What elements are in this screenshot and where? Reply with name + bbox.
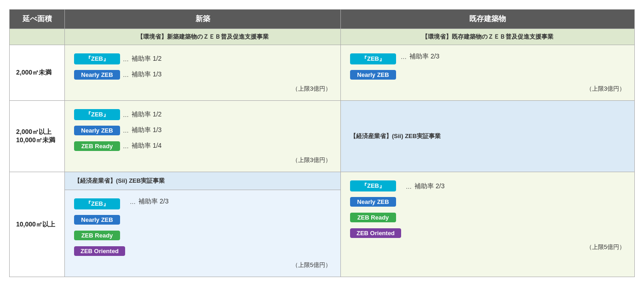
badge-nearly-1: Nearly ZEB xyxy=(74,70,120,80)
shinchiku-header: 新築 xyxy=(65,10,341,29)
existing-rate-row-3d: ZEB Oriented xyxy=(350,226,401,239)
sii-header-shinchiku-3: 【経済産業省】(Sii) ZEB実証事業 xyxy=(65,172,340,190)
dots-1a: … xyxy=(123,56,129,63)
dots-2c: … xyxy=(123,143,129,150)
rate-col-3: … 補助率 2/3 xyxy=(125,197,168,206)
rate-2b: 補助率 1/3 xyxy=(132,126,161,134)
existing-rate-line-1: … 補助率 2/3 xyxy=(401,52,439,61)
rate-row-2b: Nearly ZEB … 補助率 1/3 xyxy=(74,124,161,137)
content-group-2: 『ZEB』 … 補助率 1/2 Nearly ZEB … 補助率 1/3 ZEB… xyxy=(74,108,331,152)
shinchiku-cell-1: 『ZEB』 … 補助率 1/2 Nearly ZEB … 補助率 1/3 （上限… xyxy=(65,45,341,101)
existing-rate-row-1a: 『ZEB』 xyxy=(350,52,396,65)
rate-row-3d: ZEB Oriented xyxy=(74,244,125,257)
dots-1b: … xyxy=(123,71,129,78)
content-group-1: 『ZEB』 … 補助率 1/2 Nearly ZEB … 補助率 1/3 xyxy=(74,52,331,81)
existing-badge-ready-3: ZEB Ready xyxy=(350,213,396,222)
badges-col-3: 『ZEB』 Nearly ZEB ZEB Ready ZEB Oriented xyxy=(74,197,125,257)
subheader-area-cell xyxy=(10,29,65,45)
area-cell-3: 10,000㎡以上 xyxy=(10,172,65,277)
existing-limit-3: （上限5億円） xyxy=(350,243,625,251)
existing-dots-3: … xyxy=(406,183,412,190)
existing-badge-zeb-3: 『ZEB』 xyxy=(350,180,396,191)
limit-2: （上限3億円） xyxy=(74,156,331,164)
existing-rate-col-1: … 補助率 2/3 xyxy=(396,52,439,61)
existing-rate-1: 補助率 2/3 xyxy=(409,52,439,61)
rate-row-3a: 『ZEB』 xyxy=(74,197,125,210)
table-row-2: 2,000㎡以上10,000㎡未満 『ZEB』 … 補助率 1/2 Nearly… xyxy=(10,101,635,172)
badge-ready-3: ZEB Ready xyxy=(74,231,120,240)
area-cell-2: 2,000㎡以上10,000㎡未満 xyxy=(10,101,65,172)
existing-badge-zeb-1: 『ZEB』 xyxy=(350,53,396,64)
existing-header: 既存建築物 xyxy=(341,10,635,29)
subheader-existing: 【環境省】既存建築物のＺＥＢ普及促進支援事業 xyxy=(341,29,635,45)
subheader-shinchiku: 【環境省】新築建築物のＺＥＢ普及促進支援事業 xyxy=(65,29,341,45)
rate-row-2a: 『ZEB』 … 補助率 1/2 xyxy=(74,108,161,121)
existing-dots-1: … xyxy=(401,53,407,60)
existing-badge-nearly-3: Nearly ZEB xyxy=(350,197,396,207)
badge-oriented-3: ZEB Oriented xyxy=(74,246,125,256)
header-row: 延べ面積 新築 既存建築物 xyxy=(10,10,635,29)
badges-col-2: 『ZEB』 … 補助率 1/2 Nearly ZEB … 補助率 1/3 ZEB… xyxy=(74,108,161,152)
rate-row-3b: Nearly ZEB xyxy=(74,213,125,226)
existing-content-3: 『ZEB』 Nearly ZEB ZEB Ready ZEB Oriented xyxy=(350,180,625,239)
shinchiku-content-3: 『ZEB』 Nearly ZEB ZEB Ready ZEB Oriented xyxy=(65,190,340,277)
shinchiku-cell-3: 【経済産業省】(Sii) ZEB実証事業 『ZEB』 Nearly ZEB xyxy=(65,172,341,277)
existing-badge-nearly-1: Nearly ZEB xyxy=(350,70,396,80)
rate-row-1a: 『ZEB』 … 補助率 1/2 xyxy=(74,52,161,65)
rate-3: 補助率 2/3 xyxy=(138,197,168,206)
existing-limit-1: （上限3億円） xyxy=(350,85,625,93)
badge-zeb-1: 『ZEB』 xyxy=(74,53,120,64)
existing-cell-1: 『ZEB』 Nearly ZEB … 補助率 2/3 （上限3億円） xyxy=(341,45,635,101)
existing-badges-1: 『ZEB』 Nearly ZEB xyxy=(350,52,396,81)
rate-1a: 補助率 1/2 xyxy=(132,55,161,63)
badge-zeb-2: 『ZEB』 xyxy=(74,109,120,120)
rate-2c: 補助率 1/4 xyxy=(132,142,161,150)
existing-badge-oriented-3: ZEB Oriented xyxy=(350,228,401,238)
rate-line-3: … 補助率 2/3 xyxy=(130,197,168,206)
existing-cell-3: 『ZEB』 Nearly ZEB ZEB Ready ZEB Oriented xyxy=(341,172,635,277)
subheader-row: 【環境省】新築建築物のＺＥＢ普及促進支援事業 【環境省】既存建築物のＺＥＢ普及促… xyxy=(10,29,635,45)
badge-nearly-2: Nearly ZEB xyxy=(74,126,120,135)
existing-rate-row-1b: Nearly ZEB xyxy=(350,68,396,81)
limit-3-shinchiku: （上限5億円） xyxy=(74,261,331,269)
sii-label-2: 【経済産業省】(Sii) ZEB実証事業 xyxy=(350,133,441,139)
existing-badges-3: 『ZEB』 Nearly ZEB ZEB Ready ZEB Oriented xyxy=(350,180,401,239)
badge-zeb-3: 『ZEB』 xyxy=(74,198,120,209)
dots-2b: … xyxy=(123,127,129,134)
existing-content-1: 『ZEB』 Nearly ZEB … 補助率 2/3 xyxy=(350,52,625,81)
existing-rate-row-3b: Nearly ZEB xyxy=(350,195,401,208)
main-table: 延べ面積 新築 既存建築物 【環境省】新築建築物のＺＥＢ普及促進支援事業 【環境… xyxy=(9,9,635,277)
badges-col-1: 『ZEB』 … 補助率 1/2 Nearly ZEB … 補助率 1/3 xyxy=(74,52,161,81)
existing-rate-line-3: … 補助率 2/3 xyxy=(406,182,444,191)
dots-2a: … xyxy=(123,111,129,118)
existing-rate-3: 補助率 2/3 xyxy=(414,182,444,191)
rate-row-3c: ZEB Ready xyxy=(74,229,125,242)
sii-label-shinchiku-3: 【経済産業省】(Sii) ZEB実証事業 xyxy=(74,177,165,184)
badge-nearly-3: Nearly ZEB xyxy=(74,215,120,225)
shinchiku-cell-2: 『ZEB』 … 補助率 1/2 Nearly ZEB … 補助率 1/3 ZEB… xyxy=(65,101,341,172)
rate-1b: 補助率 1/3 xyxy=(132,70,161,79)
table-row-1: 2,000㎡未満 『ZEB』 … 補助率 1/2 Nearly ZEB … 補助… xyxy=(10,45,635,101)
dots-3: … xyxy=(130,198,136,205)
area-header: 延べ面積 xyxy=(10,10,65,29)
existing-rate-col-3: … 補助率 2/3 xyxy=(401,180,444,191)
rate-row-2c: ZEB Ready … 補助率 1/4 xyxy=(74,139,161,152)
existing-rate-row-3c: ZEB Ready xyxy=(350,211,401,224)
existing-rate-row-3a: 『ZEB』 xyxy=(350,180,401,192)
badge-ready-2: ZEB Ready xyxy=(74,141,120,151)
sii-header-cell-2: 【経済産業省】(Sii) ZEB実証事業 xyxy=(341,101,635,172)
limit-1: （上限3億円） xyxy=(74,85,331,93)
content-group-3: 『ZEB』 Nearly ZEB ZEB Ready ZEB Oriented xyxy=(74,197,331,257)
rate-row-1b: Nearly ZEB … 補助率 1/3 xyxy=(74,68,161,81)
table-row-3: 10,000㎡以上 【経済産業省】(Sii) ZEB実証事業 『ZEB』 Nea… xyxy=(10,172,635,277)
rate-2a: 補助率 1/2 xyxy=(132,110,161,119)
area-cell-1: 2,000㎡未満 xyxy=(10,45,65,101)
